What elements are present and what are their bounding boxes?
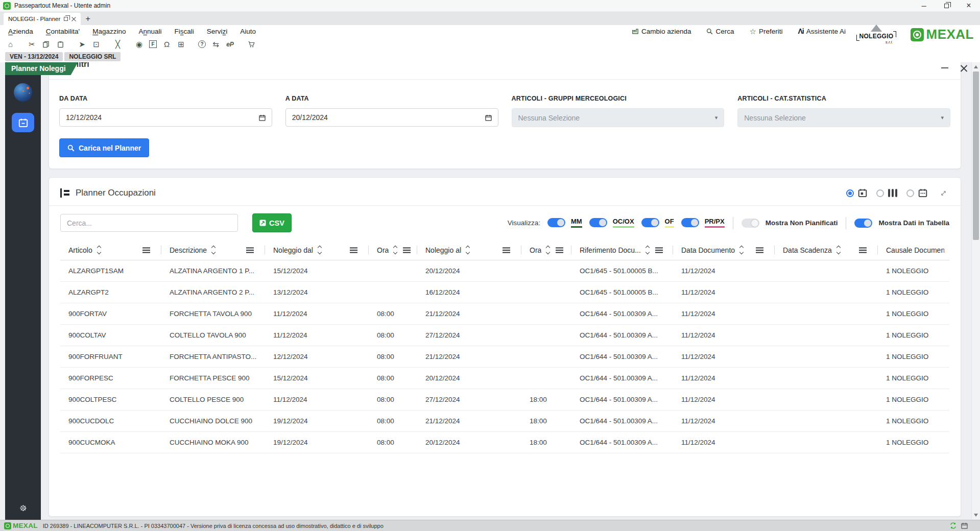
table-row-900forfruant[interactable]: 900FORFRUANTFORCHETTA ANTIPASTO...12/12/… — [60, 346, 949, 368]
column-menu-icon-articolo[interactable] — [142, 250, 150, 251]
da-data-input[interactable]: 12/12/2024 — [59, 108, 272, 127]
column-menu-icon-data_scadenza[interactable] — [859, 250, 867, 251]
menu-item-contabilita[interactable]: Contabilita' — [42, 28, 88, 35]
menu-item-aiuto[interactable]: Aiuto — [236, 28, 265, 35]
close-planner-icon[interactable] — [958, 62, 969, 75]
menu-item-azienda[interactable]: Azienda — [4, 28, 42, 35]
gruppi-select[interactable]: Nessuna Selezione ▾ — [512, 108, 725, 127]
assistente-ai-button[interactable]: Λi Assistente Ai — [798, 27, 846, 35]
scrollbar-thumb[interactable] — [973, 71, 979, 240]
column-menu-icon-noleggio_dal[interactable] — [350, 250, 357, 251]
pointer-select-icon[interactable]: ➤ — [78, 39, 86, 49]
sort-icon-data_scadenza[interactable] — [837, 246, 840, 254]
column-menu-icon-noleggio_al[interactable] — [503, 250, 510, 251]
column-menu-icon-ora_dal[interactable] — [403, 250, 411, 251]
close-button[interactable]: × — [958, 0, 980, 11]
collapse-filters-icon[interactable] — [941, 64, 950, 71]
cut-icon[interactable]: ✂ — [28, 39, 36, 49]
table-row-900coltpesc[interactable]: 900COLTPESCCOLTELLO PESCE 90011/12/20240… — [60, 389, 949, 411]
snapshot-icon[interactable]: ◉ — [135, 39, 144, 49]
radio-icon[interactable] — [906, 189, 914, 197]
fullscreen-expand-icon[interactable] — [940, 189, 947, 197]
toggle-switch-oc-ox[interactable] — [589, 218, 607, 227]
table-row-900cucmoka[interactable]: 900CUCMOKACUCCHIAINO MOKA 90019/12/20240… — [60, 432, 949, 453]
calendar-icon[interactable] — [485, 114, 492, 121]
sort-icon-riferimento[interactable] — [646, 246, 649, 254]
column-header-articolo[interactable]: Articolo — [60, 240, 161, 260]
menu-item-servizi[interactable]: Servizi — [203, 28, 236, 35]
view-mode-month[interactable] — [906, 188, 927, 198]
carica-nel-planner-button[interactable]: Carica nel Planner — [59, 138, 149, 157]
popout-icon[interactable] — [64, 17, 68, 21]
sort-icon-ora_al[interactable] — [546, 246, 549, 254]
csv-export-button[interactable]: CSV — [252, 213, 292, 232]
scroll-down-icon[interactable] — [974, 514, 978, 517]
column-header-data_scadenza[interactable]: Data Scadenza — [775, 240, 878, 260]
help-icon[interactable]: ? — [198, 40, 206, 48]
view-mode-columns[interactable] — [876, 189, 898, 197]
home-icon[interactable]: ⌂ — [6, 39, 15, 49]
toggle-switch-pr-px[interactable] — [681, 218, 699, 227]
toggle-switch-of[interactable] — [641, 218, 659, 227]
ep-icon[interactable]: eP — [226, 39, 234, 49]
close-all-icon[interactable]: ╳ — [113, 39, 122, 49]
function-key-icon[interactable]: F — [149, 40, 157, 48]
sort-icon-data_documento[interactable] — [740, 246, 743, 254]
paste-icon[interactable] — [56, 39, 65, 49]
sort-icon-descrizione[interactable] — [212, 246, 215, 254]
restore-button[interactable] — [935, 0, 958, 11]
settings-gear-icon[interactable] — [18, 503, 28, 513]
menu-item-fiscali[interactable]: Fiscali — [171, 28, 203, 35]
view-mode-day[interactable] — [846, 188, 867, 198]
calculator-icon[interactable]: ⊞ — [177, 39, 185, 49]
a-data-input[interactable]: 20/12/2024 — [285, 108, 498, 127]
cerca-button[interactable]: Cerca — [706, 28, 734, 35]
column-header-ora_al[interactable]: Ora — [521, 240, 571, 260]
scroll-up-icon[interactable] — [974, 65, 978, 68]
toggle-switch-mm[interactable] — [547, 218, 565, 227]
mostra-dati-in-tabella-switch[interactable] — [854, 219, 872, 228]
preferiti-button[interactable]: ☆ Preferiti — [750, 28, 783, 35]
mostra-non-pianificati-switch[interactable] — [742, 219, 759, 228]
column-header-data_documento[interactable]: Data Documento — [673, 240, 775, 260]
table-row-alzargpt1sam[interactable]: ALZARGPT1SAMALZATINA ARGENTO 1 P...15/12… — [60, 260, 949, 282]
omega-icon[interactable]: Ω — [162, 39, 171, 49]
column-header-riferimento[interactable]: Riferimento Docu... — [571, 240, 673, 260]
monitor-settings-icon[interactable]: ⊡ — [92, 39, 101, 49]
column-menu-icon-riferimento[interactable] — [655, 250, 663, 251]
sort-icon-noleggio_dal[interactable] — [318, 246, 321, 254]
user-session-icon[interactable]: ⇆ — [211, 39, 220, 49]
column-header-descrizione[interactable]: Descrizione — [161, 240, 265, 260]
sort-icon-noleggio_al[interactable] — [466, 246, 469, 254]
tab-noleggi-planner[interactable]: NOLEGGI - Planner — [4, 13, 81, 25]
search-input[interactable] — [60, 214, 238, 232]
menu-item-magazzino[interactable]: Magazzino — [88, 28, 134, 35]
menu-item-annuali[interactable]: Annuali — [134, 28, 170, 35]
table-row-900cucdolc[interactable]: 900CUCDOLCCUCCHIAINO DOLCE 90019/12/2024… — [60, 411, 949, 432]
radio-selected-icon[interactable] — [846, 189, 854, 197]
vertical-scrollbar[interactable] — [971, 62, 980, 520]
new-tab-button[interactable]: + — [81, 13, 95, 25]
tab-close-icon[interactable] — [71, 17, 76, 21]
table-row-alzargpt2[interactable]: ALZARGPT2ALZATINA ARGENTO 2 P...13/12/20… — [60, 282, 949, 303]
table-row-900fortav[interactable]: 900FORTAVFORCHETTA TAVOLA 90011/12/20240… — [60, 303, 949, 325]
table-row-900forpesc[interactable]: 900FORPESCFORCHETTA PESCE 90015/12/20240… — [60, 368, 949, 389]
cart-icon[interactable] — [247, 39, 256, 49]
calendar-icon[interactable] — [259, 114, 266, 121]
column-menu-icon-descrizione[interactable] — [246, 250, 254, 251]
column-header-noleggio_al[interactable]: Noleggio al — [417, 240, 521, 260]
sort-icon-ora_dal[interactable] — [394, 246, 397, 254]
cambio-azienda-button[interactable]: Cambio azienda — [632, 28, 691, 35]
sort-icon-articolo[interactable] — [98, 246, 101, 254]
minimize-button[interactable]: ─ — [913, 0, 935, 11]
column-header-causale[interactable]: Causale Documen... — [878, 240, 949, 260]
column-header-ora_dal[interactable]: Ora — [369, 240, 417, 260]
column-menu-icon-ora_al[interactable] — [556, 250, 563, 251]
table-row-900coltav[interactable]: 900COLTAVCOLTELLO TAVOLA 90011/12/202408… — [60, 325, 949, 346]
sidebar-planner-button[interactable] — [12, 113, 34, 132]
column-menu-icon-data_documento[interactable] — [756, 250, 763, 251]
radio-icon[interactable] — [876, 189, 884, 197]
copy-icon[interactable] — [42, 39, 51, 49]
column-header-noleggio_dal[interactable]: Noleggio dal — [265, 240, 369, 260]
cat-statistica-select[interactable]: Nessuna Selezione ▾ — [737, 108, 950, 127]
